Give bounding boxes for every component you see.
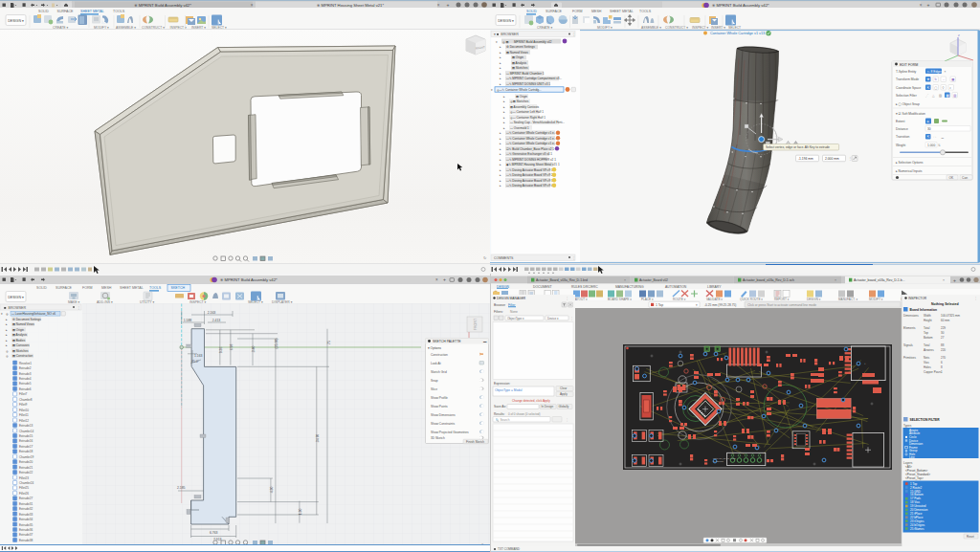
svg-text:Transition: Transition	[896, 135, 910, 139]
svg-text:Airwires: Airwires	[924, 348, 934, 352]
svg-text:None: None	[510, 310, 518, 314]
svg-text:Browser: Browser	[494, 303, 506, 307]
svg-text:Primitives: Primitives	[903, 356, 917, 360]
svg-text:Fillet10: Fillet10	[19, 408, 29, 412]
svg-text:▭✎ MPRINT Cartridge Compartmen: ▭✎ MPRINT Cartridge Compartment v3...	[506, 77, 562, 80]
svg-text:▭ MPRINT Build Chamber 1: ▭ MPRINT Build Chamber 1	[506, 72, 545, 76]
svg-text:4.30: 4.30	[270, 487, 274, 494]
svg-text:Can: Can	[962, 176, 968, 180]
svg-text:⋰: ⋰	[925, 94, 928, 98]
svg-text:Holes: Holes	[924, 365, 931, 369]
svg-text:Extrude17: Extrude17	[19, 445, 33, 449]
svg-text:⋮: ⋮	[570, 317, 573, 320]
svg-text:Apply: Apply	[560, 392, 568, 396]
svg-text:Expression:: Expression:	[494, 382, 510, 386]
svg-text:Change detected, click Apply: Change detected, click Apply	[512, 399, 550, 403]
svg-text:DESIGN MANAGER: DESIGN MANAGER	[497, 297, 526, 300]
svg-text:✥: ✥	[927, 77, 930, 81]
svg-text:Snap: Snap	[431, 379, 438, 383]
svg-text:DESIGN ▾: DESIGN ▾	[8, 19, 24, 23]
svg-text:Select vertex, edge or face. A: Select vertex, edge or face. Alt Key to …	[766, 145, 830, 149]
svg-text:z: z	[958, 33, 960, 37]
svg-text:⋮: ⋮	[572, 33, 576, 36]
svg-text:Transform Mode: Transform Mode	[896, 77, 919, 81]
svg-text:Extrude38: Extrude38	[19, 539, 33, 542]
svg-text:Fillet26: Fillet26	[19, 492, 29, 496]
svg-text:220: 220	[941, 348, 946, 352]
svg-text:Slice: Slice	[431, 387, 437, 391]
svg-text:+: +	[447, 2, 450, 8]
svg-text:+: +	[927, 2, 930, 8]
svg-text:Selection Filter: Selection Filter	[896, 94, 918, 98]
svg-text:▩ Origin: ▩ Origin	[512, 55, 523, 59]
svg-text:Show Points: Show Points	[431, 405, 448, 408]
svg-text:SOLID: SOLID	[38, 10, 49, 13]
svg-text:Extrude6: Extrude6	[19, 387, 32, 391]
svg-text:Chamfer24: Chamfer24	[19, 481, 34, 485]
svg-text:⎈ MPRINT Build Assembly v42*: ⎈ MPRINT Build Assembly v42*	[220, 277, 278, 282]
svg-text:1 Top: 1 Top	[656, 303, 663, 307]
svg-text:Signals: Signals	[903, 343, 913, 347]
svg-text:▭ Sealing Cap - Verschlussdeck: ▭ Sealing Cap - Verschlussdeckel Ferti..…	[510, 121, 565, 124]
svg-text:3D Sketch: 3D Sketch	[431, 436, 445, 440]
svg-text:30: 30	[927, 127, 931, 131]
svg-text:⇱: ⇱	[927, 86, 930, 90]
svg-text:Fillet25: Fillet25	[19, 486, 29, 490]
svg-text:Extrude15: Extrude15	[19, 434, 33, 438]
svg-text:Clear: Clear	[560, 386, 567, 390]
svg-text:▩ Assembly Contexts: ▩ Assembly Contexts	[510, 105, 540, 109]
svg-text:◎: ◎	[6, 312, 9, 316]
svg-text:2.413: 2.413	[212, 319, 221, 322]
svg-text:Extrude34: Extrude34	[19, 518, 33, 521]
svg-text:INSPECTOR: INSPECTOR	[908, 297, 927, 300]
svg-text:SHEET METAL: SHEET METAL	[120, 286, 144, 290]
svg-text:SELECT ▾: SELECT ▾	[212, 26, 227, 30]
svg-text:Extrude21: Extrude21	[19, 466, 33, 470]
svg-text:SURFACE: SURFACE	[57, 10, 75, 13]
svg-text:27: 27	[941, 336, 945, 340]
svg-text:▩ Sketches: ▩ Sketches	[512, 66, 528, 70]
svg-text:Extrude35: Extrude35	[19, 523, 33, 527]
svg-text:⚙ Document Settings: ⚙ Document Settings	[506, 45, 535, 49]
svg-text:2.163: 2.163	[208, 311, 216, 315]
svg-text:▭ Overmold 1: ▭ Overmold 1	[510, 126, 529, 130]
svg-text:▁: ▁	[941, 135, 945, 139]
svg-text:×: ×	[437, 3, 440, 8]
svg-text:30: 30	[941, 331, 945, 335]
svg-text:PLACE ▾: PLACE ▾	[641, 298, 654, 301]
svg-text:Globally: Globally	[559, 405, 569, 408]
svg-text:Chamfer14: Chamfer14	[19, 430, 34, 433]
svg-text:Extrude18: Extrude18	[19, 450, 33, 453]
svg-text:▩ Bodies: ▩ Bodies	[12, 339, 26, 342]
svg-text:T-Spline Entity: T-Spline Entity	[896, 70, 917, 74]
svg-text:INSPECT ▾: INSPECT ▾	[692, 26, 709, 30]
svg-text:Copper Pours: Copper Pours	[924, 370, 942, 374]
svg-text:⋮: ⋮	[566, 418, 568, 422]
svg-text:34.70: 34.70	[316, 434, 320, 443]
svg-text:◎▩ Sketches: ◎▩ Sketches	[510, 99, 529, 103]
svg-text:▩ Named Views: ▩ Named Views	[506, 51, 528, 55]
svg-text:6.98: 6.98	[230, 344, 234, 351]
svg-text:▾◾ BROWSER: ▾◾ BROWSER	[494, 32, 519, 36]
svg-text:Actuator_board_v03a_Rev_D-1.sc: Actuator_board_v03a_Rev_D-1.sch	[743, 278, 794, 282]
svg-text:ObjectType ▾: ObjectType ▾	[507, 317, 524, 320]
svg-text:Extrude2: Extrude2	[19, 366, 32, 370]
svg-text:⋮: ⋮	[974, 297, 977, 300]
svg-text:FORM: FORM	[572, 10, 583, 13]
svg-text:<Preset_Top>: <Preset_Top>	[905, 476, 924, 480]
svg-text:In Design: In Design	[542, 405, 554, 408]
svg-text:▩: ▩	[947, 94, 949, 98]
svg-text:Extrude27: Extrude27	[19, 497, 33, 500]
svg-text:60 mm: 60 mm	[941, 319, 950, 322]
svg-text:Chamfer8: Chamfer8	[19, 398, 33, 402]
svg-text:Extrude5: Extrude5	[19, 382, 32, 386]
svg-text:MESH: MESH	[591, 10, 602, 13]
svg-text:1.163: 1.163	[194, 354, 203, 358]
svg-text:229: 229	[941, 326, 946, 330]
svg-text:1.588: 1.588	[184, 319, 192, 322]
svg-text:9.36: 9.36	[219, 347, 223, 354]
svg-text:▩ Canvases: ▩ Canvases	[12, 343, 30, 347]
svg-text:QUICK ROUTE ▾: QUICK ROUTE ▾	[740, 298, 763, 301]
svg-text:OK: OK	[949, 176, 955, 180]
svg-text:▩ Named Views: ▩ Named Views	[12, 322, 34, 326]
